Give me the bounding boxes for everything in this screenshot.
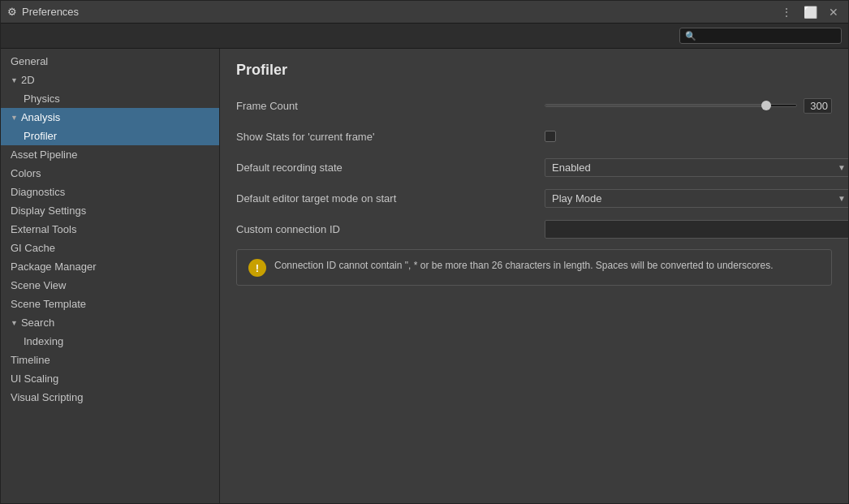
sidebar-item-search[interactable]: Search: [1, 313, 219, 332]
sidebar-item-label: Diagnostics: [11, 186, 65, 198]
more-button[interactable]: ⋮: [778, 4, 795, 20]
sidebar-item-profiler[interactable]: Profiler: [1, 127, 219, 145]
right-panel: Profiler Frame Count 300 Show Stats for: [220, 49, 848, 503]
show-stats-row: Show Stats for 'current frame': [236, 126, 832, 147]
sidebar-item-scene-template[interactable]: Scene Template: [1, 295, 219, 313]
sidebar-item-label: UI Scaling: [11, 373, 58, 385]
sidebar-item-label: Profiler: [24, 130, 57, 142]
sidebar-item-indexing[interactable]: Indexing: [1, 332, 219, 351]
sidebar-item-label: Package Manager: [11, 261, 97, 273]
default-editor-target-control: Play Mode ▼: [545, 189, 848, 208]
title-bar-right: ⋮ ⬜ ✕: [778, 4, 842, 20]
sidebar-item-label: GI Cache: [11, 242, 55, 254]
sidebar-item-diagnostics[interactable]: Diagnostics: [1, 183, 219, 201]
warning-icon: !: [248, 259, 266, 277]
main-content: General 2D Physics Analysis Profiler: [1, 49, 848, 503]
dropdown-value: Enabled: [552, 162, 591, 174]
sidebar-item-general[interactable]: General: [1, 52, 219, 71]
sidebar-item-label: Display Settings: [11, 205, 86, 217]
show-stats-checkbox[interactable]: [545, 131, 556, 142]
chevron-down-icon: ▼: [838, 163, 846, 172]
dropdown-value: Play Mode: [552, 192, 601, 205]
sidebar-item-label: Timeline: [11, 354, 50, 366]
frame-count-row: Frame Count 300: [236, 95, 832, 116]
preferences-window: ⚙ Preferences ⋮ ⬜ ✕ 🔍 General 2D: [0, 0, 849, 504]
sidebar-item-label: General: [11, 55, 48, 67]
sidebar-item-label: Search: [21, 317, 54, 329]
triangle-icon: [11, 319, 18, 327]
sidebar-item-display-settings[interactable]: Display Settings: [1, 201, 219, 220]
default-editor-target-dropdown[interactable]: Play Mode ▼: [545, 189, 848, 208]
default-recording-dropdown[interactable]: Enabled ▼: [545, 158, 848, 177]
search-input[interactable]: [700, 30, 836, 41]
sidebar-item-label: Indexing: [24, 335, 63, 347]
search-icon: 🔍: [685, 31, 696, 41]
sidebar: General 2D Physics Analysis Profiler: [1, 49, 220, 503]
custom-connection-id-row: Custom connection ID: [236, 218, 832, 239]
sidebar-item-label: Asset Pipeline: [11, 149, 77, 161]
triangle-icon: [11, 76, 18, 84]
search-input-wrap: 🔍: [679, 28, 842, 44]
frame-count-slider[interactable]: [545, 104, 797, 107]
default-editor-target-label: Default editor target mode on start: [236, 192, 545, 205]
close-button[interactable]: ✕: [825, 4, 842, 20]
title-bar: ⚙ Preferences ⋮ ⬜ ✕: [1, 1, 848, 24]
sidebar-item-label: Analysis: [21, 111, 60, 123]
sidebar-item-physics[interactable]: Physics: [1, 89, 219, 108]
sidebar-item-label: Visual Scripting: [11, 391, 83, 403]
sidebar-item-timeline[interactable]: Timeline: [1, 351, 219, 369]
default-recording-control: Enabled ▼: [545, 158, 848, 177]
sidebar-item-2d[interactable]: 2D: [1, 71, 219, 89]
panel-title: Profiler: [236, 62, 832, 79]
frame-count-value: 300: [804, 98, 832, 114]
sidebar-item-label: Physics: [24, 93, 60, 105]
sidebar-item-label: External Tools: [11, 223, 76, 235]
sidebar-item-package-manager[interactable]: Package Manager: [1, 257, 219, 276]
title-bar-left: ⚙ Preferences: [7, 6, 79, 18]
sidebar-item-visual-scripting[interactable]: Visual Scripting: [1, 388, 219, 407]
custom-connection-id-control: [545, 220, 848, 239]
sidebar-item-label: Scene View: [11, 279, 66, 291]
frame-count-label: Frame Count: [236, 100, 545, 112]
default-recording-row: Default recording state Enabled ▼: [236, 157, 832, 178]
sidebar-item-asset-pipeline[interactable]: Asset Pipeline: [1, 145, 219, 164]
frame-count-control: 300: [545, 98, 832, 114]
warning-box: ! Connection ID cannot contain ", * or b…: [236, 249, 832, 286]
sidebar-item-label: Scene Template: [11, 298, 86, 310]
restore-button[interactable]: ⬜: [800, 4, 821, 20]
sidebar-item-label: Colors: [11, 167, 41, 179]
sidebar-item-ui-scaling[interactable]: UI Scaling: [1, 369, 219, 388]
warning-text: Connection ID cannot contain ", * or be …: [274, 258, 774, 273]
custom-connection-id-input[interactable]: [545, 220, 848, 239]
sidebar-item-colors[interactable]: Colors: [1, 164, 219, 183]
sidebar-item-gi-cache[interactable]: GI Cache: [1, 239, 219, 257]
show-stats-control: [545, 131, 832, 142]
slider-wrap: 300: [545, 98, 832, 114]
show-stats-label: Show Stats for 'current frame': [236, 131, 545, 143]
sidebar-item-external-tools[interactable]: External Tools: [1, 220, 219, 239]
default-recording-label: Default recording state: [236, 162, 545, 174]
sidebar-item-analysis[interactable]: Analysis: [1, 108, 219, 127]
triangle-icon: [11, 114, 18, 122]
gear-icon: ⚙: [7, 6, 17, 18]
search-bar: 🔍: [1, 24, 848, 49]
custom-connection-id-label: Custom connection ID: [236, 223, 545, 235]
window-title: Preferences: [22, 6, 79, 18]
sidebar-item-scene-view[interactable]: Scene View: [1, 276, 219, 295]
sidebar-item-label: 2D: [21, 74, 35, 86]
default-editor-target-row: Default editor target mode on start Play…: [236, 187, 832, 209]
chevron-down-icon: ▼: [838, 194, 846, 203]
